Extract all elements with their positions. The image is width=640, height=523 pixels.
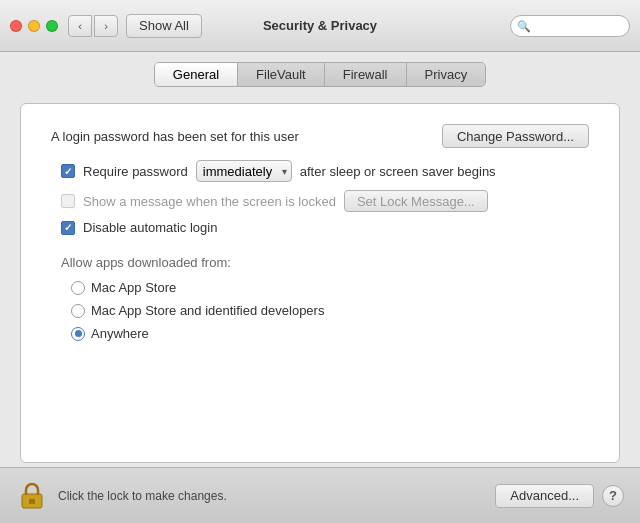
immediately-select-wrapper: immediately 5 seconds 1 minute 5 minutes… [196,160,292,182]
search-box: 🔍 [510,15,630,37]
require-password-row: Require password immediately 5 seconds 1… [51,160,589,182]
change-password-button[interactable]: Change Password... [442,124,589,148]
traffic-lights [10,20,58,32]
show-message-label: Show a message when the screen is locked [83,194,336,209]
content-area: General FileVault Firewall Privacy A log… [0,52,640,463]
tab-firewall[interactable]: Firewall [325,63,407,86]
forward-button[interactable]: › [94,15,118,37]
radio-mac-app-store[interactable] [71,281,85,295]
advanced-button[interactable]: Advanced... [495,484,594,508]
lock-icon[interactable] [16,480,48,512]
after-sleep-label: after sleep or screen saver begins [300,164,496,179]
show-all-button[interactable]: Show All [126,14,202,38]
tab-filevault[interactable]: FileVault [238,63,325,86]
footer-text: Click the lock to make changes. [58,489,495,503]
disable-autologin-checkbox[interactable] [61,221,75,235]
show-message-row: Show a message when the screen is locked… [51,190,589,212]
radio-anywhere[interactable] [71,327,85,341]
back-button[interactable]: ‹ [68,15,92,37]
tab-general[interactable]: General [155,63,238,86]
radio-row-anywhere: Anywhere [71,326,589,341]
radio-group: Mac App Store Mac App Store and identifi… [51,280,589,341]
show-message-checkbox[interactable] [61,194,75,208]
tab-privacy[interactable]: Privacy [407,63,486,86]
set-lock-message-button[interactable]: Set Lock Message... [344,190,488,212]
help-button[interactable]: ? [602,485,624,507]
immediately-select[interactable]: immediately 5 seconds 1 minute 5 minutes… [196,160,292,182]
disable-autologin-row: Disable automatic login [51,220,589,235]
footer: Click the lock to make changes. Advanced… [0,467,640,523]
disable-autologin-label: Disable automatic login [83,220,217,235]
close-button[interactable] [10,20,22,32]
svg-rect-1 [29,499,35,504]
password-info-label: A login password has been set for this u… [51,129,432,144]
window-title: Security & Privacy [263,18,377,33]
tabs: General FileVault Firewall Privacy [20,62,620,87]
password-info-row: A login password has been set for this u… [51,124,589,148]
maximize-button[interactable] [46,20,58,32]
radio-row-mac-app-store: Mac App Store [71,280,589,295]
nav-buttons: ‹ › [68,15,118,37]
radio-row-identified: Mac App Store and identified developers [71,303,589,318]
minimize-button[interactable] [28,20,40,32]
general-panel: A login password has been set for this u… [20,103,620,463]
require-password-label: Require password [83,164,188,179]
search-icon: 🔍 [517,19,531,32]
require-password-checkbox[interactable] [61,164,75,178]
radio-identified-label: Mac App Store and identified developers [91,303,324,318]
radio-mac-app-store-label: Mac App Store [91,280,176,295]
allow-apps-label: Allow apps downloaded from: [61,255,589,270]
title-bar: ‹ › Show All Security & Privacy 🔍 [0,0,640,52]
radio-identified[interactable] [71,304,85,318]
radio-anywhere-label: Anywhere [91,326,149,341]
tab-group: General FileVault Firewall Privacy [154,62,486,87]
